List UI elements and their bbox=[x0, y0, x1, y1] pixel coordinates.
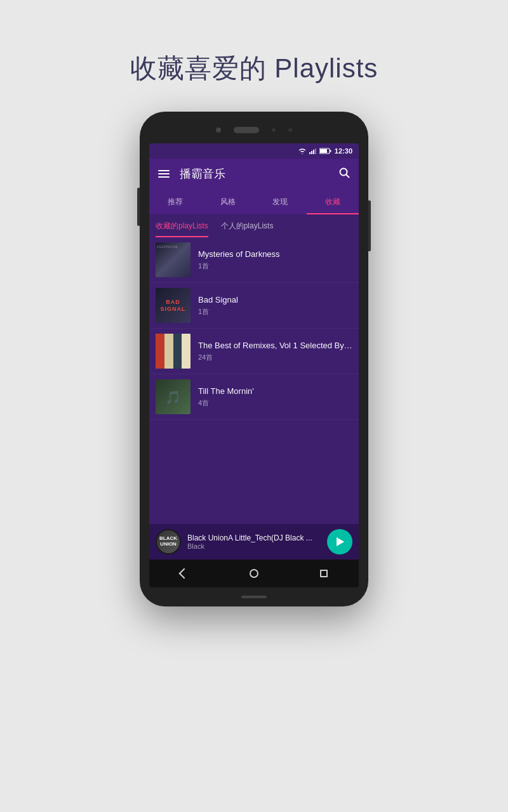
phone-screen: 12:30 播霸音乐 推荐 风格 发现 收藏 bbox=[149, 143, 359, 587]
tab-style[interactable]: 风格 bbox=[202, 189, 255, 214]
playlist-name: The Best of Remixes, Vol 1 Selected By H… bbox=[198, 341, 352, 350]
search-button[interactable] bbox=[338, 167, 350, 181]
svg-rect-2 bbox=[313, 150, 314, 154]
playlist-thumbnail bbox=[156, 379, 190, 414]
now-playing-info: Black UnionA Little_Tech(DJ Black ... Bl… bbox=[187, 534, 327, 550]
page-title: 收藏喜爱的 Playlists bbox=[130, 51, 378, 86]
status-bar: 12:30 bbox=[149, 143, 359, 159]
playlist-info: The Best of Remixes, Vol 1 Selected By H… bbox=[198, 341, 352, 362]
playlist-info: Mysteries of Darkness 1首 bbox=[198, 249, 352, 271]
playlist-info: Till The Mornin' 4首 bbox=[198, 386, 352, 408]
svg-rect-6 bbox=[330, 150, 331, 152]
tab-favorites[interactable]: 收藏 bbox=[307, 189, 359, 214]
wifi-icon bbox=[298, 148, 307, 154]
recents-button[interactable] bbox=[320, 570, 328, 577]
play-button[interactable] bbox=[327, 529, 352, 554]
playlist-name: Till The Mornin' bbox=[198, 386, 352, 396]
playlist-list: Mysteries of Darkness 1首 Bad Signal 1首 bbox=[149, 237, 359, 524]
playlist-count: 1首 bbox=[198, 261, 352, 271]
sensor-icon-2 bbox=[288, 128, 292, 132]
playlist-info: Bad Signal 1首 bbox=[198, 295, 352, 317]
now-playing-artist: Black bbox=[187, 542, 327, 550]
back-button[interactable] bbox=[180, 570, 188, 577]
app-bar: 播霸音乐 bbox=[149, 159, 359, 189]
svg-rect-0 bbox=[309, 152, 311, 154]
playlist-thumbnail bbox=[156, 334, 190, 369]
playlist-name: Mysteries of Darkness bbox=[198, 249, 352, 259]
svg-rect-5 bbox=[320, 149, 327, 153]
speaker-grill bbox=[234, 127, 259, 133]
tab-discover[interactable]: 发现 bbox=[254, 189, 307, 214]
svg-rect-1 bbox=[311, 151, 312, 154]
subtab-personal-playlists[interactable]: 个人的playLists bbox=[221, 214, 274, 237]
phone-top bbox=[140, 112, 368, 143]
svg-point-7 bbox=[340, 168, 347, 175]
svg-rect-3 bbox=[315, 148, 316, 154]
phone-bottom bbox=[140, 587, 368, 606]
playlist-thumbnail bbox=[156, 242, 190, 277]
list-item[interactable]: The Best of Remixes, Vol 1 Selected By H… bbox=[149, 329, 359, 374]
playlist-count: 24首 bbox=[198, 353, 352, 362]
playlist-count: 1首 bbox=[198, 307, 352, 317]
now-playing-thumb-text: BLACK UNION bbox=[157, 530, 180, 553]
now-playing-bar[interactable]: BLACK UNION Black UnionA Little_Tech(DJ … bbox=[149, 524, 359, 560]
home-button[interactable] bbox=[250, 569, 258, 578]
status-time: 12:30 bbox=[335, 147, 352, 155]
android-nav-bar bbox=[149, 560, 359, 587]
subtab-saved-playlists[interactable]: 收藏的playLists bbox=[156, 214, 208, 237]
playlist-name: Bad Signal bbox=[198, 295, 352, 304]
hamburger-icon[interactable] bbox=[158, 170, 170, 178]
now-playing-thumbnail: BLACK UNION bbox=[156, 529, 181, 554]
battery-icon bbox=[319, 148, 332, 154]
camera-icon bbox=[216, 128, 221, 133]
playlist-thumbnail bbox=[156, 288, 190, 323]
now-playing-title: Black UnionA Little_Tech(DJ Black ... bbox=[187, 534, 327, 542]
phone-shell: 12:30 播霸音乐 推荐 风格 发现 收藏 bbox=[140, 112, 368, 606]
list-item[interactable]: Mysteries of Darkness 1首 bbox=[149, 237, 359, 283]
sub-tabs: 收藏的playLists 个人的playLists bbox=[149, 214, 359, 237]
list-item[interactable]: Bad Signal 1首 bbox=[149, 283, 359, 329]
playlist-count: 4首 bbox=[198, 398, 352, 408]
nav-tabs: 推荐 风格 发现 收藏 bbox=[149, 189, 359, 214]
tab-recommend[interactable]: 推荐 bbox=[149, 189, 202, 214]
list-item[interactable]: Till The Mornin' 4首 bbox=[149, 374, 359, 420]
sensor-icon bbox=[272, 128, 276, 132]
app-title: 播霸音乐 bbox=[180, 166, 338, 181]
status-icons: 12:30 bbox=[298, 147, 352, 155]
signal-icon bbox=[309, 148, 317, 154]
svg-line-8 bbox=[346, 174, 349, 178]
home-indicator bbox=[241, 596, 267, 598]
